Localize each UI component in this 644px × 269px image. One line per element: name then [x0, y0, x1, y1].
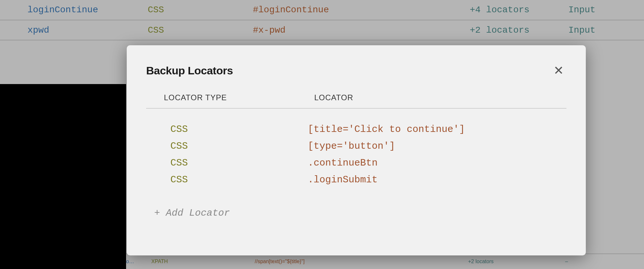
modal-title: Backup Locators [146, 64, 233, 77]
element-type-cell: Input [562, 20, 644, 40]
locator-row[interactable]: CSS [title='Click to continue'] [146, 121, 566, 138]
table-row[interactable]: xpwd CSS #x-pwd +2 locators Input [0, 20, 644, 40]
sidebar-dark-panel [0, 84, 126, 269]
element-name-cell[interactable]: xpwd [0, 20, 141, 40]
locator-type-cell: CSS [141, 0, 246, 20]
locator-type-value: CSS [146, 174, 308, 185]
element-type-cell: Input [562, 0, 644, 20]
header-locator: LOCATOR [308, 93, 566, 102]
locator-value: .loginSubmit [308, 174, 566, 185]
backup-locators-modal: Backup Locators ✕ LOCATOR TYPE LOCATOR C… [127, 45, 586, 255]
locator-count-cell[interactable]: +2 locators [463, 20, 562, 40]
locator-type-cell: XPATH [145, 254, 248, 269]
locator-value: [type='button'] [308, 141, 566, 152]
locator-value-cell: #loginContinue [246, 0, 463, 20]
modal-header: Backup Locators ✕ [146, 63, 566, 78]
element-name-cell[interactable]: loginContinue [0, 0, 141, 20]
locator-type-value: CSS [146, 157, 308, 168]
locator-count-cell[interactable]: +4 locators [463, 0, 562, 20]
locator-row[interactable]: CSS .continueBtn [146, 155, 566, 171]
locator-value: [title='Click to continue'] [308, 124, 566, 135]
locator-count-cell[interactable]: +2 locators [462, 254, 559, 269]
modal-rows: CSS [title='Click to continue'] CSS [typ… [146, 109, 566, 198]
locator-type-value: CSS [146, 124, 308, 135]
locator-value-cell: //span[text()="${title}"] [248, 254, 462, 269]
element-name-cell: o… [126, 254, 145, 269]
table-row[interactable]: loginContinue CSS #loginContinue +4 loca… [0, 0, 644, 20]
header-locator-type: LOCATOR TYPE [146, 93, 308, 102]
locator-row[interactable]: CSS .loginSubmit [146, 171, 566, 188]
background-bottom-row[interactable]: o… XPATH //span[text()="${title}"] +2 lo… [126, 253, 644, 269]
add-locator-button[interactable]: + Add Locator [146, 208, 230, 219]
close-icon: ✕ [553, 64, 564, 77]
locator-value: .continueBtn [308, 157, 566, 168]
locator-value-cell: #x-pwd [246, 20, 463, 40]
locator-type-value: CSS [146, 141, 308, 152]
locator-type-cell: CSS [141, 20, 246, 40]
modal-table-header: LOCATOR TYPE LOCATOR [146, 89, 566, 109]
close-button[interactable]: ✕ [551, 63, 566, 78]
locator-row[interactable]: CSS [type='button'] [146, 138, 566, 155]
element-type-cell: – [559, 254, 623, 269]
